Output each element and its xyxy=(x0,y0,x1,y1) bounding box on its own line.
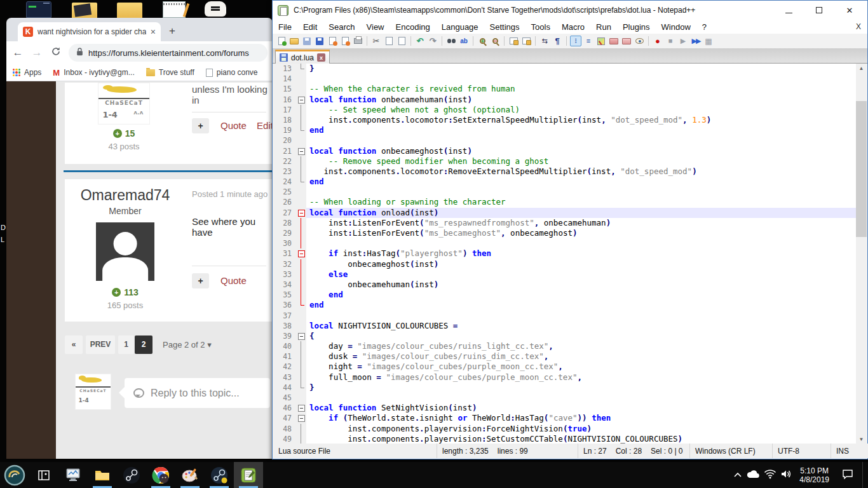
folder-as-workspace-icon[interactable] xyxy=(621,36,632,46)
post1-reputation[interactable]: + 15 xyxy=(85,128,163,139)
code-line-31[interactable]: 31 if inst:HasTag("playerghost") then xyxy=(273,248,857,259)
close-icon[interactable] xyxy=(327,36,338,46)
action-center-icon[interactable] xyxy=(837,469,858,482)
onedrive-cloud-icon[interactable] xyxy=(746,470,760,481)
scroll-down-icon[interactable]: ▼ xyxy=(856,435,867,444)
post2-quote-link[interactable]: Quote xyxy=(220,275,247,286)
show-desktop-button[interactable] xyxy=(862,462,865,488)
macro-save-icon[interactable]: ▦ xyxy=(703,36,714,46)
tab-close-icon[interactable]: × xyxy=(151,27,156,36)
taskbar-clock[interactable]: 5:10 PM 4/8/2019 xyxy=(796,466,833,484)
zoom-out-icon[interactable] xyxy=(489,36,501,46)
taskbar-tool-icon[interactable] xyxy=(29,462,58,488)
post2-avatar[interactable] xyxy=(96,222,154,281)
post1-edit-link[interactable]: Edit xyxy=(257,120,273,131)
reload-icon[interactable] xyxy=(50,46,62,60)
code-line-14[interactable]: 14 xyxy=(273,74,857,84)
replace-icon[interactable]: ab xyxy=(458,36,470,46)
code-line-22[interactable]: 22 -- Remove speed modifier when becomin… xyxy=(273,156,857,166)
address-bar[interactable]: https://forums.kleientertainment.com/for… xyxy=(69,44,268,62)
pagination-page-2-button[interactable]: 2 xyxy=(135,336,153,354)
desktop-icon-command-prompt[interactable] xyxy=(24,1,53,18)
fold-collapse-icon[interactable] xyxy=(296,95,306,105)
code-line-21[interactable]: 21local function onbecameghost(inst) xyxy=(273,146,857,156)
post1-plus-button[interactable]: + xyxy=(192,118,209,133)
notepadpp-taskbar-icon[interactable] xyxy=(234,462,263,488)
menu-edit[interactable]: Edit xyxy=(297,22,323,32)
code-line-26[interactable]: 26-- When loading or spawning the charac… xyxy=(273,197,857,207)
print-icon[interactable] xyxy=(352,36,363,46)
menu-search[interactable]: Search xyxy=(323,22,360,32)
code-line-17[interactable]: 17 -- Set speed when not a ghost (option… xyxy=(273,105,857,115)
code-line-42[interactable]: 42 night = "images/colour_cubes/purple_m… xyxy=(273,362,857,372)
task-manager-icon[interactable] xyxy=(58,462,88,488)
doc-map-icon[interactable] xyxy=(595,36,607,46)
pagination-page-1-button[interactable]: 1 xyxy=(118,336,134,354)
minimize-button[interactable] xyxy=(776,6,801,15)
menubar-close-icon[interactable]: X xyxy=(856,22,861,31)
desktop-icon-creature[interactable] xyxy=(201,1,230,18)
sync-vertical-icon[interactable] xyxy=(508,36,519,46)
tray-chevron-up-icon[interactable] xyxy=(733,470,742,481)
scroll-up-icon[interactable]: ▲ xyxy=(856,64,867,73)
close-button[interactable]: ✕ xyxy=(837,6,862,15)
bookmark-trove[interactable]: Trove stuff xyxy=(146,68,194,77)
doc-switcher-icon[interactable] xyxy=(608,36,620,46)
undo-icon[interactable]: ↶ xyxy=(414,36,426,46)
sync-horizontal-icon[interactable] xyxy=(520,36,532,46)
menu-file[interactable]: File xyxy=(273,22,297,32)
indent-guide-icon[interactable]: ⫶ xyxy=(570,36,581,46)
code-line-32[interactable]: 32 onbecameghost(inst) xyxy=(273,259,857,269)
code-line-49[interactable]: 49 inst.components.playervision:SetCusto… xyxy=(273,434,857,444)
show-all-chars-icon[interactable]: ¶ xyxy=(552,36,563,46)
code-line-16[interactable]: 16local function onbecamehuman(inst) xyxy=(273,95,857,105)
menu-macro[interactable]: Macro xyxy=(556,22,590,32)
post2-reputation[interactable]: + 113 xyxy=(86,287,164,297)
code-line-39[interactable]: 39{ xyxy=(273,331,857,341)
menu-view[interactable]: View xyxy=(361,22,390,32)
view-doc-icon[interactable] xyxy=(634,36,645,46)
fold-collapse-icon[interactable] xyxy=(296,403,306,413)
fold-collapse-icon[interactable] xyxy=(296,208,306,218)
find-icon[interactable] xyxy=(445,36,457,46)
code-line-29[interactable]: 29 inst:ListenForEvent("ms_becameghost",… xyxy=(273,228,857,238)
code-line-43[interactable]: 43 full_moon = "images/colour_cubes/purp… xyxy=(273,372,857,383)
chrome-icon[interactable] xyxy=(146,462,175,488)
desktop-icon-notepad[interactable] xyxy=(159,1,189,18)
code-line-19[interactable]: 19end xyxy=(273,125,857,135)
code-line-48[interactable]: 48 inst.components.playervision:ForceNig… xyxy=(273,424,857,434)
code-line-25[interactable]: 25 xyxy=(273,187,857,197)
macro-run-icon[interactable]: ▶▶ xyxy=(690,36,702,46)
post2-plus-button[interactable]: + xyxy=(192,273,209,288)
save-all-icon[interactable] xyxy=(314,36,325,46)
post1-quote-link[interactable]: Quote xyxy=(220,120,247,131)
code-line-24[interactable]: 24end xyxy=(273,177,857,187)
macro-stop-icon[interactable]: ■ xyxy=(665,36,676,46)
desktop-icon-folder-dark[interactable] xyxy=(70,1,99,18)
menu-encoding[interactable]: Encoding xyxy=(390,22,436,32)
start-button[interactable] xyxy=(0,462,29,488)
code-line-36[interactable]: 36end xyxy=(273,300,857,310)
menu-plugins[interactable]: Plugins xyxy=(617,22,656,32)
tab-close-icon[interactable]: x xyxy=(317,53,325,62)
code-line-46[interactable]: 46local function SetNightVision(inst) xyxy=(273,403,857,413)
code-line-38[interactable]: 38local NIGHTVISION_COLOURCUBES = xyxy=(273,321,857,331)
code-line-28[interactable]: 28 inst:ListenForEvent("ms_respawnedfrom… xyxy=(273,218,857,228)
code-line-30[interactable]: 30 xyxy=(273,238,857,248)
close-all-icon[interactable] xyxy=(339,36,351,46)
speaker-icon[interactable] xyxy=(780,469,792,482)
bookmark-apps[interactable]: Apps xyxy=(13,68,41,77)
pagination-label[interactable]: Page 2 of 2 ▾ xyxy=(163,340,212,349)
new-tab-button[interactable]: + xyxy=(169,25,175,36)
code-line-18[interactable]: 18 inst.components.locomotor:SetExternal… xyxy=(273,115,857,125)
maximize-button[interactable] xyxy=(806,6,832,15)
open-file-icon[interactable] xyxy=(288,36,300,46)
code-line-34[interactable]: 34 onbecamehuman(inst) xyxy=(273,280,857,290)
code-line-40[interactable]: 40 day = "images/colour_cubes/ruins_ligh… xyxy=(273,341,857,351)
cut-icon[interactable]: ✂ xyxy=(370,36,382,46)
code-line-35[interactable]: 35 end xyxy=(273,290,857,300)
menu-language[interactable]: Language xyxy=(436,22,484,32)
function-list-icon[interactable]: ≡ xyxy=(583,36,594,46)
pagination-prev-button[interactable]: PREV xyxy=(86,336,115,354)
code-line-15[interactable]: 15-- When the character is revived from … xyxy=(273,84,857,94)
